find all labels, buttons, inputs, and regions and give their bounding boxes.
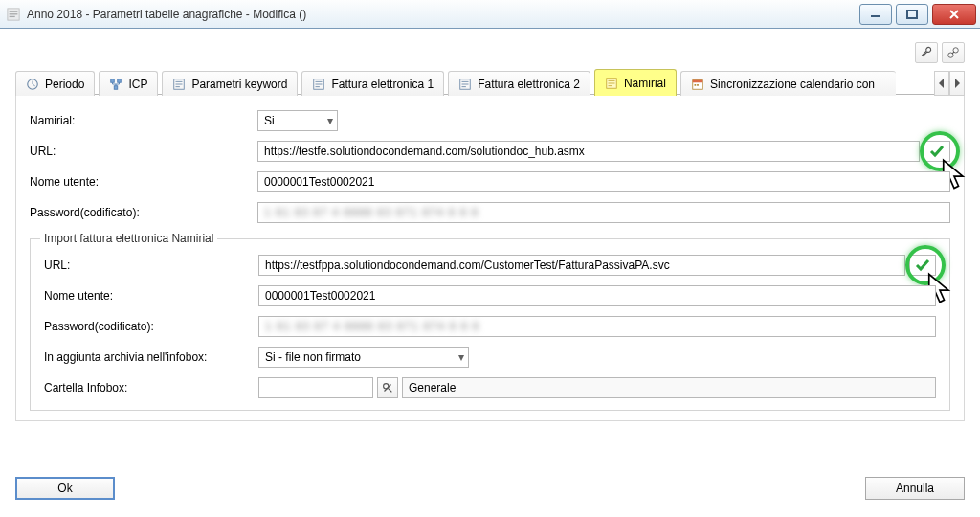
svg-rect-2: [10, 13, 18, 14]
verify-import-url-button[interactable]: [909, 255, 936, 276]
input-value: 0000001Test0002021: [265, 289, 375, 303]
tab-label: Fattura elettronica 1: [331, 78, 434, 91]
label-url: URL:: [30, 145, 257, 158]
tab-label: Fattura elettronica 2: [478, 78, 580, 91]
label-archive: In aggiunta archivia nell'infobox:: [44, 350, 258, 364]
tab-fattura-2[interactable]: Fattura elettronica 2: [448, 71, 590, 96]
svg-rect-12: [115, 85, 119, 89]
window-title: Anno 2018 - Parametri tabelle anagrafich…: [27, 8, 859, 21]
input-import-url[interactable]: https://testfppa.solutiondocondemand.com…: [258, 255, 905, 276]
input-value: https://testfppa.solutiondocondemand.com…: [265, 258, 670, 272]
tab-strip: Periodo ICP Parametri keyword Fattura el…: [15, 69, 965, 95]
tab-periodo[interactable]: Periodo: [15, 71, 95, 96]
label-import-password: Password(codificato):: [44, 320, 258, 333]
svg-rect-30: [693, 79, 703, 82]
select-value: Si: [264, 114, 275, 127]
minimize-button[interactable]: [859, 4, 892, 25]
window-controls: [859, 0, 980, 28]
button-label: Ok: [57, 482, 72, 495]
svg-rect-10: [111, 79, 115, 82]
svg-rect-1: [10, 11, 18, 11]
svg-rect-11: [118, 79, 122, 82]
tab-label: Namirial: [624, 77, 666, 90]
input-value: Generale: [409, 381, 456, 394]
footer: Ok Annulla: [15, 467, 965, 507]
form-icon: [458, 78, 472, 91]
calendar-icon: [691, 78, 704, 91]
group-title: Import fattura elettronica Namirial: [40, 232, 217, 245]
tab-label: ICP: [128, 78, 147, 91]
input-value: 1 81 83 87 4 8888 83 871 874 8 8 8: [264, 206, 479, 219]
input-url[interactable]: https://testfe.solutiondocondemand.com/s…: [257, 141, 920, 162]
form-icon: [312, 78, 325, 91]
svg-rect-5: [907, 11, 917, 18]
input-value: 0000001Test0002021: [264, 175, 374, 189]
input-value: 1 81 83 87 4 8888 83 871 874 8 8 8: [265, 320, 479, 333]
titlebar: Anno 2018 - Parametri tabelle anagrafich…: [0, 0, 980, 29]
tab-namirial[interactable]: Namirial: [594, 69, 677, 96]
close-button[interactable]: [932, 4, 976, 25]
label-import-url: URL:: [44, 258, 258, 272]
svg-point-33: [384, 384, 389, 389]
lookup-button[interactable]: [377, 377, 398, 398]
cancel-button[interactable]: Annulla: [865, 477, 965, 500]
svg-rect-32: [697, 84, 699, 86]
tab-scroll-right[interactable]: [949, 71, 965, 96]
tab-parametri-keyword[interactable]: Parametri keyword: [162, 71, 298, 96]
group-import: Import fattura elettronica Namirial URL:…: [30, 238, 950, 411]
input-value: https://testfe.solutiondocondemand.com/s…: [264, 145, 585, 158]
tab-label: Sincronizzazione calendario con: [710, 78, 875, 91]
label-user: Nome utente:: [30, 175, 257, 189]
wrench-icon[interactable]: [915, 42, 938, 63]
svg-rect-31: [694, 84, 696, 86]
tab-fattura-1[interactable]: Fattura elettronica 1: [301, 71, 444, 96]
tab-label: Parametri keyword: [191, 78, 287, 91]
form-icon: [605, 77, 618, 90]
select-namirial[interactable]: Si ▾: [257, 110, 338, 131]
svg-line-8: [952, 52, 954, 54]
svg-rect-4: [871, 15, 880, 17]
maximize-button[interactable]: [896, 4, 928, 25]
input-user[interactable]: 0000001Test0002021: [257, 171, 950, 192]
ok-button[interactable]: Ok: [15, 477, 115, 500]
tool-row: [15, 42, 965, 63]
input-import-password[interactable]: 1 81 83 87 4 8888 83 871 874 8 8 8: [258, 316, 936, 337]
label-folder: Cartella Infobox:: [44, 381, 258, 394]
app-icon: [6, 7, 21, 22]
clock-icon: [26, 78, 39, 91]
tab-scroll-left[interactable]: [934, 71, 949, 96]
tab-icp[interactable]: ICP: [99, 71, 158, 96]
panel-namirial: Namirial: Si ▾ URL: https://testfe.solut…: [15, 95, 965, 421]
label-namirial: Namirial:: [30, 114, 257, 127]
tree-icon: [109, 78, 122, 91]
tab-label: Periodo: [45, 78, 84, 91]
input-password[interactable]: 1 81 83 87 4 8888 83 871 874 8 8 8: [257, 202, 950, 223]
form-icon: [172, 78, 186, 91]
input-folder-code[interactable]: [258, 377, 373, 398]
link-icon[interactable]: [942, 42, 965, 63]
tab-sincronizzazione[interactable]: Sincronizzazione calendario con: [680, 71, 896, 96]
select-value: Si - file non firmato: [265, 350, 361, 364]
chevron-down-icon: ▾: [327, 114, 333, 127]
select-archive[interactable]: Si - file non firmato ▾: [258, 347, 469, 368]
verify-url-button[interactable]: [924, 141, 950, 162]
svg-rect-3: [10, 15, 15, 16]
label-import-user: Nome utente:: [44, 289, 258, 303]
input-import-user[interactable]: 0000001Test0002021: [258, 285, 936, 306]
input-folder-name[interactable]: Generale: [402, 377, 936, 398]
chevron-down-icon: ▾: [458, 350, 464, 364]
button-label: Annulla: [896, 482, 934, 495]
label-password: Password(codificato):: [30, 206, 257, 219]
